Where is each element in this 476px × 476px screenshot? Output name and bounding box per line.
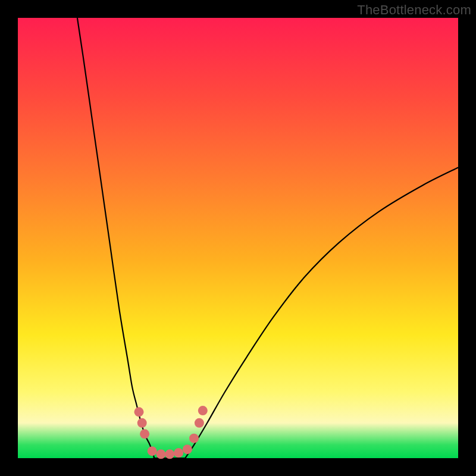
bottleneck-curve: [77, 18, 458, 459]
bead-marker: [137, 418, 147, 428]
bead-marker: [140, 429, 149, 439]
outer-frame: TheBottleneck.com: [0, 0, 476, 476]
chart-svg: [18, 18, 458, 458]
curve-beads: [134, 406, 208, 459]
bead-marker: [198, 406, 208, 415]
bead-marker: [189, 434, 199, 443]
bead-marker: [156, 449, 166, 459]
bead-marker: [165, 449, 174, 459]
bead-marker: [148, 446, 157, 456]
bead-marker: [174, 448, 183, 458]
watermark-text: TheBottleneck.com: [357, 2, 471, 18]
bead-marker: [195, 418, 204, 428]
bead-marker: [183, 444, 192, 454]
plot-area: [18, 18, 458, 458]
bead-marker: [134, 407, 144, 416]
